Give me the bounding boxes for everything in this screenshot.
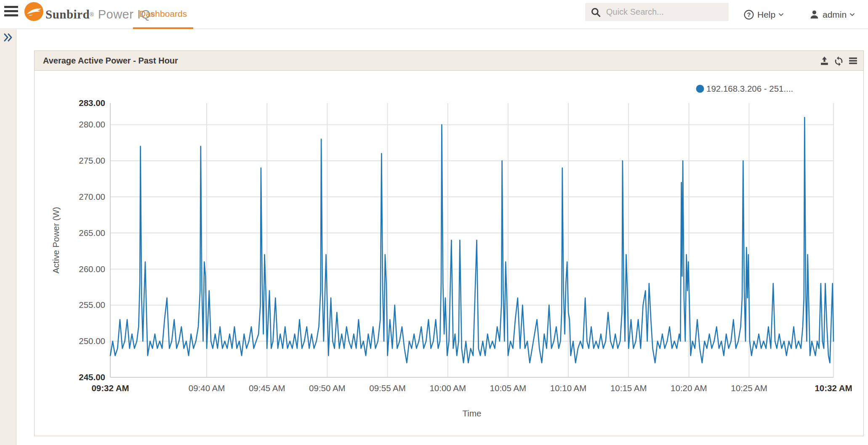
series-line: [110, 117, 833, 363]
x-tick-label: 10:15 AM: [610, 383, 647, 393]
legend-marker-icon[interactable]: [696, 85, 704, 93]
main-menu-icon[interactable]: [4, 6, 18, 17]
user-icon: [809, 9, 820, 20]
widget-title: Average Active Power - Past Hour: [43, 56, 178, 66]
widget-header: Average Active Power - Past Hour: [35, 51, 863, 71]
y-tick-label: 265.00: [79, 228, 105, 238]
x-tick-label: 10:10 AM: [550, 383, 587, 393]
left-sidebar: [0, 29, 16, 445]
widget-toolbar: [819, 51, 858, 71]
refresh-icon[interactable]: [833, 56, 844, 66]
x-tick-label: 09:45 AM: [249, 383, 285, 393]
y-tick-label: 283.00: [79, 98, 105, 108]
x-tick-label: 09:55 AM: [369, 383, 406, 393]
y-tick-label: 250.00: [79, 336, 105, 346]
x-axis-title: Time: [463, 408, 482, 418]
brand-sunbird: Sunbird: [45, 8, 90, 21]
x-tick-label: 10:25 AM: [731, 383, 767, 393]
x-tick-label: 10:05 AM: [490, 383, 527, 393]
chevron-down-icon: [778, 13, 784, 16]
help-menu[interactable]: ? Help: [743, 0, 784, 29]
widget-average-active-power: Average Active Power - Past Hour: [34, 50, 864, 436]
top-navbar: Sunbird® Power IQ® Dashboards ? Help: [0, 0, 868, 29]
sidebar-expand-icon[interactable]: [3, 33, 14, 44]
search-icon: [590, 7, 601, 18]
user-menu[interactable]: admin: [809, 0, 855, 29]
help-icon: ?: [743, 9, 754, 20]
export-icon[interactable]: [819, 56, 830, 66]
y-tick-label: 245.00: [79, 372, 105, 382]
page: Sunbird® Power IQ® Dashboards ? Help: [0, 0, 868, 445]
chart-canvas[interactable]: 283.00280.00275.00270.00265.00260.00255.…: [35, 71, 863, 436]
y-axis-title: Active Power (W): [51, 207, 61, 273]
legend-label[interactable]: 192.168.3.206 - 251....: [706, 84, 793, 93]
y-tick-label: 270.00: [79, 192, 105, 201]
x-tick-label: 10:00 AM: [429, 383, 466, 393]
tab-dashboards[interactable]: Dashboards: [133, 0, 193, 29]
x-tick-label: 09:40 AM: [189, 383, 225, 393]
svg-text:?: ?: [747, 11, 751, 18]
sunbird-logo-icon[interactable]: [24, 2, 43, 21]
x-tick-label: 10:32 AM: [815, 383, 852, 393]
y-tick-label: 275.00: [79, 156, 105, 165]
power-chart: 283.00280.00275.00270.00265.00260.00255.…: [35, 71, 863, 436]
y-tick-label: 260.00: [79, 264, 105, 274]
quick-search[interactable]: [585, 3, 729, 21]
x-tick-label: 09:50 AM: [309, 383, 346, 393]
tab-dashboards-label: Dashboards: [139, 9, 187, 19]
x-tick-label: 09:32 AM: [91, 383, 129, 393]
x-tick-label: 10:20 AM: [671, 383, 707, 393]
y-tick-label: 255.00: [79, 300, 105, 310]
help-label: Help: [757, 10, 775, 20]
y-tick-label: 280.00: [79, 119, 105, 129]
widget-menu-icon[interactable]: [848, 56, 858, 66]
chevron-down-icon: [849, 13, 855, 16]
registered-mark: ®: [90, 11, 94, 18]
user-label: admin: [823, 10, 847, 20]
search-input[interactable]: [606, 7, 716, 17]
